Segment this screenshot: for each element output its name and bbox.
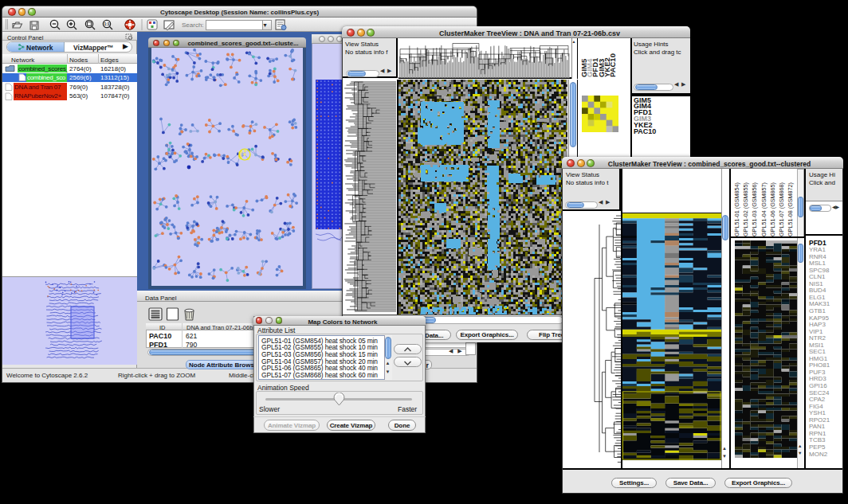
svg-text:1:1: 1:1 [104,21,109,26]
